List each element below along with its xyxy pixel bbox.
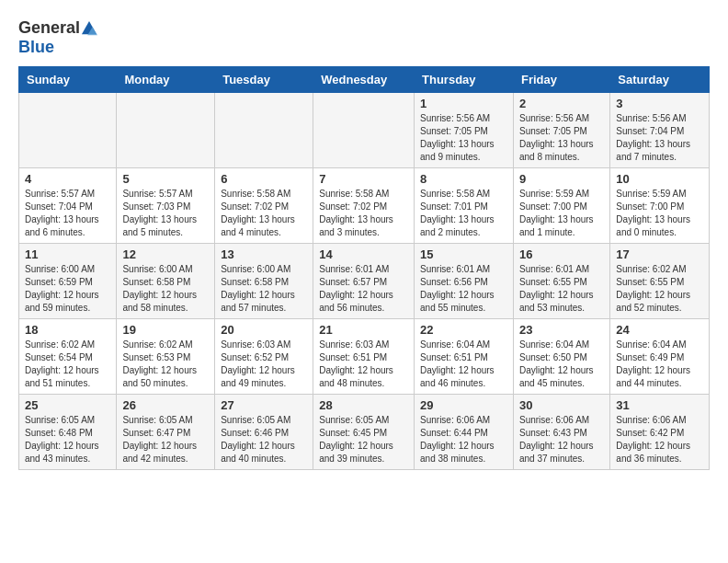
calendar-cell: 9Sunrise: 5:59 AM Sunset: 7:00 PM Daylig… (513, 168, 609, 244)
calendar-week-row: 4Sunrise: 5:57 AM Sunset: 7:04 PM Daylig… (19, 168, 710, 244)
calendar-week-row: 11Sunrise: 6:00 AM Sunset: 6:59 PM Dayli… (19, 244, 710, 319)
weekday-header: Thursday (415, 67, 514, 93)
weekday-header: Tuesday (215, 67, 313, 93)
day-detail: Sunrise: 5:56 AM Sunset: 7:05 PM Dayligh… (420, 112, 507, 164)
calendar-cell: 1Sunrise: 5:56 AM Sunset: 7:05 PM Daylig… (415, 93, 514, 168)
day-detail: Sunrise: 5:57 AM Sunset: 7:03 PM Dayligh… (122, 188, 209, 239)
calendar-cell (117, 93, 215, 168)
calendar-cell: 10Sunrise: 5:59 AM Sunset: 7:00 PM Dayli… (610, 168, 710, 244)
day-detail: Sunrise: 6:03 AM Sunset: 6:51 PM Dayligh… (319, 339, 408, 390)
day-number: 24 (616, 323, 703, 337)
day-detail: Sunrise: 5:59 AM Sunset: 7:00 PM Dayligh… (519, 188, 604, 239)
day-detail: Sunrise: 5:56 AM Sunset: 7:04 PM Dayligh… (616, 112, 703, 164)
calendar-week-row: 25Sunrise: 6:05 AM Sunset: 6:48 PM Dayli… (19, 395, 710, 470)
logo-blue: Blue (18, 38, 54, 57)
day-detail: Sunrise: 6:04 AM Sunset: 6:50 PM Dayligh… (519, 339, 604, 390)
calendar-cell: 24Sunrise: 6:04 AM Sunset: 6:49 PM Dayli… (610, 319, 710, 395)
day-detail: Sunrise: 6:02 AM Sunset: 6:53 PM Dayligh… (122, 339, 209, 390)
day-number: 15 (420, 247, 507, 261)
logo-icon (81, 20, 97, 37)
calendar-cell: 7Sunrise: 5:58 AM Sunset: 7:02 PM Daylig… (313, 168, 415, 244)
calendar-cell (19, 93, 117, 168)
calendar-cell: 26Sunrise: 6:05 AM Sunset: 6:47 PM Dayli… (117, 395, 215, 470)
calendar-cell: 19Sunrise: 6:02 AM Sunset: 6:53 PM Dayli… (117, 319, 215, 395)
day-number: 27 (221, 398, 307, 412)
day-number: 2 (519, 97, 604, 110)
calendar-cell (215, 93, 313, 168)
day-detail: Sunrise: 6:00 AM Sunset: 6:58 PM Dayligh… (122, 263, 209, 315)
day-number: 17 (616, 247, 703, 261)
day-number: 7 (319, 172, 408, 186)
day-detail: Sunrise: 6:01 AM Sunset: 6:57 PM Dayligh… (319, 263, 408, 315)
day-number: 19 (122, 323, 209, 337)
weekday-header: Wednesday (313, 67, 415, 93)
day-number: 22 (420, 323, 507, 337)
calendar-cell: 27Sunrise: 6:05 AM Sunset: 6:46 PM Dayli… (215, 395, 313, 470)
day-number: 14 (319, 247, 408, 261)
day-number: 5 (122, 172, 209, 186)
calendar-week-row: 18Sunrise: 6:02 AM Sunset: 6:54 PM Dayli… (19, 319, 710, 395)
calendar-cell: 16Sunrise: 6:01 AM Sunset: 6:55 PM Dayli… (513, 244, 609, 319)
day-number: 25 (25, 398, 110, 412)
calendar-week-row: 1Sunrise: 5:56 AM Sunset: 7:05 PM Daylig… (19, 93, 710, 168)
calendar-cell (313, 93, 415, 168)
calendar-cell: 20Sunrise: 6:03 AM Sunset: 6:52 PM Dayli… (215, 319, 313, 395)
day-number: 11 (25, 247, 110, 261)
day-detail: Sunrise: 6:06 AM Sunset: 6:42 PM Dayligh… (616, 414, 703, 465)
day-detail: Sunrise: 6:04 AM Sunset: 6:49 PM Dayligh… (616, 339, 703, 390)
day-detail: Sunrise: 6:03 AM Sunset: 6:52 PM Dayligh… (221, 339, 307, 390)
calendar-cell: 18Sunrise: 6:02 AM Sunset: 6:54 PM Dayli… (19, 319, 117, 395)
calendar-cell: 13Sunrise: 6:00 AM Sunset: 6:58 PM Dayli… (215, 244, 313, 319)
calendar-cell: 4Sunrise: 5:57 AM Sunset: 7:04 PM Daylig… (19, 168, 117, 244)
weekday-header-row: SundayMondayTuesdayWednesdayThursdayFrid… (19, 67, 710, 93)
calendar-cell: 28Sunrise: 6:05 AM Sunset: 6:45 PM Dayli… (313, 395, 415, 470)
day-detail: Sunrise: 6:05 AM Sunset: 6:47 PM Dayligh… (122, 414, 209, 465)
logo: General Blue (18, 18, 98, 57)
day-detail: Sunrise: 5:58 AM Sunset: 7:02 PM Dayligh… (319, 188, 408, 239)
day-detail: Sunrise: 6:02 AM Sunset: 6:54 PM Dayligh… (25, 339, 110, 390)
day-number: 3 (616, 97, 703, 110)
day-detail: Sunrise: 6:05 AM Sunset: 6:48 PM Dayligh… (25, 414, 110, 465)
day-number: 1 (420, 97, 507, 110)
day-detail: Sunrise: 6:04 AM Sunset: 6:51 PM Dayligh… (420, 339, 507, 390)
day-number: 30 (519, 398, 604, 412)
calendar-cell: 23Sunrise: 6:04 AM Sunset: 6:50 PM Dayli… (513, 319, 609, 395)
day-detail: Sunrise: 5:58 AM Sunset: 7:02 PM Dayligh… (221, 188, 307, 239)
day-number: 20 (221, 323, 307, 337)
calendar-cell: 6Sunrise: 5:58 AM Sunset: 7:02 PM Daylig… (215, 168, 313, 244)
weekday-header: Sunday (19, 67, 117, 93)
day-detail: Sunrise: 6:05 AM Sunset: 6:46 PM Dayligh… (221, 414, 307, 465)
calendar-cell: 25Sunrise: 6:05 AM Sunset: 6:48 PM Dayli… (19, 395, 117, 470)
calendar-cell: 17Sunrise: 6:02 AM Sunset: 6:55 PM Dayli… (610, 244, 710, 319)
day-number: 13 (221, 247, 307, 261)
calendar-cell: 15Sunrise: 6:01 AM Sunset: 6:56 PM Dayli… (415, 244, 514, 319)
day-number: 23 (519, 323, 604, 337)
day-number: 21 (319, 323, 408, 337)
weekday-header: Monday (117, 67, 215, 93)
calendar-cell: 8Sunrise: 5:58 AM Sunset: 7:01 PM Daylig… (415, 168, 514, 244)
calendar-cell: 30Sunrise: 6:06 AM Sunset: 6:43 PM Dayli… (513, 395, 609, 470)
day-number: 16 (519, 247, 604, 261)
calendar-cell: 29Sunrise: 6:06 AM Sunset: 6:44 PM Dayli… (415, 395, 514, 470)
day-detail: Sunrise: 6:00 AM Sunset: 6:58 PM Dayligh… (221, 263, 307, 315)
day-detail: Sunrise: 6:05 AM Sunset: 6:45 PM Dayligh… (319, 414, 408, 465)
weekday-header: Saturday (610, 67, 710, 93)
day-number: 8 (420, 172, 507, 186)
day-detail: Sunrise: 5:57 AM Sunset: 7:04 PM Dayligh… (25, 188, 110, 239)
page-header: General Blue (18, 18, 710, 57)
day-detail: Sunrise: 5:58 AM Sunset: 7:01 PM Dayligh… (420, 188, 507, 239)
day-detail: Sunrise: 6:06 AM Sunset: 6:44 PM Dayligh… (420, 414, 507, 465)
day-number: 10 (616, 172, 703, 186)
day-detail: Sunrise: 5:56 AM Sunset: 7:05 PM Dayligh… (519, 112, 604, 164)
calendar-cell: 14Sunrise: 6:01 AM Sunset: 6:57 PM Dayli… (313, 244, 415, 319)
day-number: 4 (25, 172, 110, 186)
calendar-cell: 11Sunrise: 6:00 AM Sunset: 6:59 PM Dayli… (19, 244, 117, 319)
day-number: 6 (221, 172, 307, 186)
day-number: 12 (122, 247, 209, 261)
day-number: 28 (319, 398, 408, 412)
day-detail: Sunrise: 6:00 AM Sunset: 6:59 PM Dayligh… (25, 263, 110, 315)
day-detail: Sunrise: 6:01 AM Sunset: 6:56 PM Dayligh… (420, 263, 507, 315)
day-detail: Sunrise: 6:02 AM Sunset: 6:55 PM Dayligh… (616, 263, 703, 315)
calendar-cell: 31Sunrise: 6:06 AM Sunset: 6:42 PM Dayli… (610, 395, 710, 470)
day-number: 26 (122, 398, 209, 412)
